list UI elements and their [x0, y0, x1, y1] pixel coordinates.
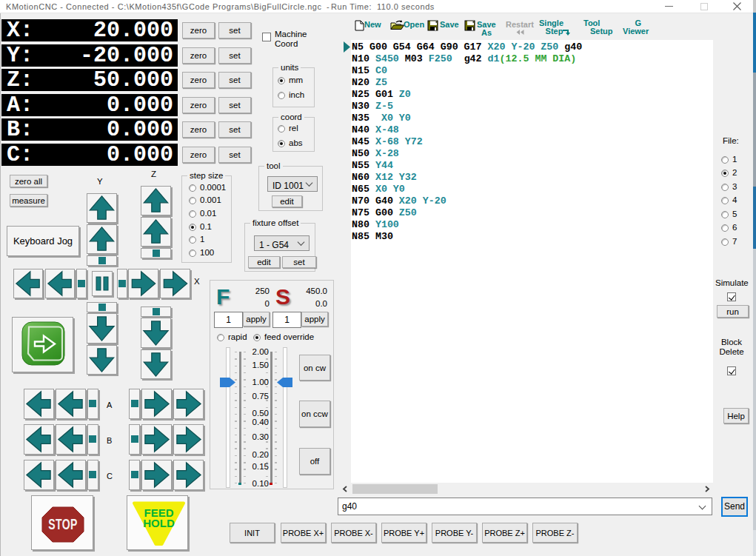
- svg-text:STOP: STOP: [48, 517, 77, 533]
- svg-text:HOLD: HOLD: [143, 517, 175, 529]
